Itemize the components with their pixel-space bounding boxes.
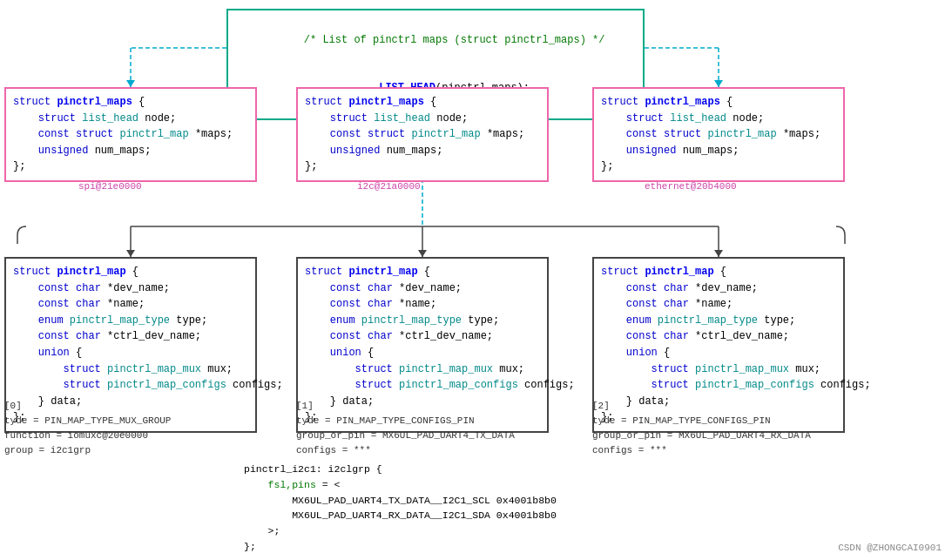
label-eth: ethernet@20b4000 [645,181,737,192]
label-spi: spi@21e0000 [78,181,142,192]
struct-pinctrl-maps-i2c: struct pinctrl_maps { struct list_head n… [296,87,549,182]
struct-pinctrl-maps-spi: struct pinctrl_maps { struct list_head n… [4,87,257,182]
svg-marker-13 [418,250,427,257]
struct-pinctrl-maps-eth: struct pinctrl_maps { struct list_head n… [592,87,845,182]
annotation-left: [0] tyde = PIN_MAP_TYPE_MUX_GROUP functi… [4,399,171,458]
svg-marker-2 [126,80,135,87]
comment-line: /* List of pinctrl maps (struct pinctrl_… [237,16,634,64]
annotation-right: [2] tyde = PIN_MAP_TYPE_CONFIGS_PIN grou… [592,399,811,458]
dts-code-block: pinctrl_i2c1: i2clgrp { fsl,pins = < MX6… [244,462,679,555]
annotation-mid: [1] tyde = PIN_MAP_TYPE_CONFIGS_PIN grou… [296,399,515,458]
diagram-container: /* List of pinctrl maps (struct pinctrl_… [0,0,952,560]
label-i2c: i2c@21a0000 [357,181,421,192]
svg-marker-11 [126,250,135,257]
svg-marker-5 [714,80,723,87]
svg-marker-15 [714,250,723,257]
watermark: CSDN @ZHONGCAI0901 [838,543,942,553]
